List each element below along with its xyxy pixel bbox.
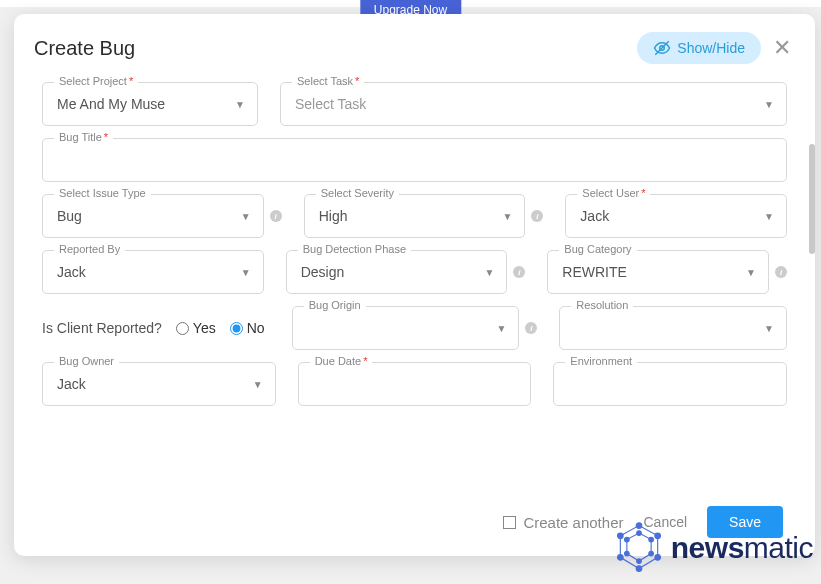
task-label: Select Task* (292, 75, 364, 87)
modal-title: Create Bug (34, 37, 135, 60)
checkbox-icon (503, 516, 516, 529)
svg-point-7 (636, 566, 642, 572)
chevron-down-icon: ▼ (235, 99, 245, 110)
chevron-down-icon: ▼ (764, 323, 774, 334)
chevron-down-icon: ▼ (484, 267, 494, 278)
info-icon[interactable]: i (531, 210, 543, 222)
due-date-label: Due Date* (310, 355, 373, 367)
chevron-down-icon: ▼ (253, 379, 263, 390)
environment-input[interactable] (553, 362, 787, 406)
save-button[interactable]: Save (707, 506, 783, 538)
issue-type-select[interactable]: Bug ▼ (42, 194, 264, 238)
severity-label: Select Severity (316, 187, 399, 199)
issue-type-label: Select Issue Type (54, 187, 151, 199)
category-label: Bug Category (559, 243, 636, 255)
show-hide-button[interactable]: Show/Hide (637, 32, 761, 64)
info-icon[interactable]: i (513, 266, 525, 278)
info-icon[interactable]: i (270, 210, 282, 222)
bug-title-label: Bug Title* (54, 131, 113, 143)
show-hide-label: Show/Hide (677, 40, 745, 56)
client-reported-label: Is Client Reported? (42, 320, 162, 336)
owner-label: Bug Owner (54, 355, 119, 367)
chevron-down-icon: ▼ (241, 211, 251, 222)
origin-label: Bug Origin (304, 299, 366, 311)
chevron-down-icon: ▼ (764, 99, 774, 110)
chevron-down-icon: ▼ (241, 267, 251, 278)
create-another-checkbox[interactable]: Create another (503, 514, 623, 531)
user-select[interactable]: Jack ▼ (565, 194, 787, 238)
environment-label: Environment (565, 355, 637, 367)
resolution-select[interactable]: ▼ (559, 306, 787, 350)
info-icon[interactable]: i (525, 322, 537, 334)
client-reported-no[interactable]: No (230, 320, 265, 336)
user-label: Select User* (577, 187, 650, 199)
reported-by-label: Reported By (54, 243, 125, 255)
scrollbar[interactable] (809, 144, 815, 254)
reported-by-select[interactable]: Jack ▼ (42, 250, 264, 294)
category-select[interactable]: REWRITE ▼ (547, 250, 769, 294)
svg-point-13 (636, 559, 641, 564)
client-reported-yes[interactable]: Yes (176, 320, 216, 336)
task-select[interactable]: Select Task ▼ (280, 82, 787, 126)
detection-phase-label: Bug Detection Phase (298, 243, 411, 255)
cancel-button[interactable]: Cancel (643, 514, 687, 530)
chevron-down-icon: ▼ (496, 323, 506, 334)
chevron-down-icon: ▼ (746, 267, 756, 278)
resolution-label: Resolution (571, 299, 633, 311)
due-date-input[interactable] (298, 362, 532, 406)
chevron-down-icon: ▼ (502, 211, 512, 222)
info-icon[interactable]: i (775, 266, 787, 278)
project-select[interactable]: Me And My Muse ▼ (42, 82, 258, 126)
owner-select[interactable]: Jack ▼ (42, 362, 276, 406)
project-label: Select Project* (54, 75, 138, 87)
eye-off-icon (653, 39, 671, 57)
create-bug-modal: Create Bug Show/Hide ✕ Select Project* M… (14, 14, 815, 556)
origin-select[interactable]: ▼ (292, 306, 520, 350)
close-icon[interactable]: ✕ (773, 35, 791, 61)
detection-phase-select[interactable]: Design ▼ (286, 250, 508, 294)
chevron-down-icon: ▼ (764, 211, 774, 222)
severity-select[interactable]: High ▼ (304, 194, 526, 238)
bug-title-input[interactable] (42, 138, 787, 182)
